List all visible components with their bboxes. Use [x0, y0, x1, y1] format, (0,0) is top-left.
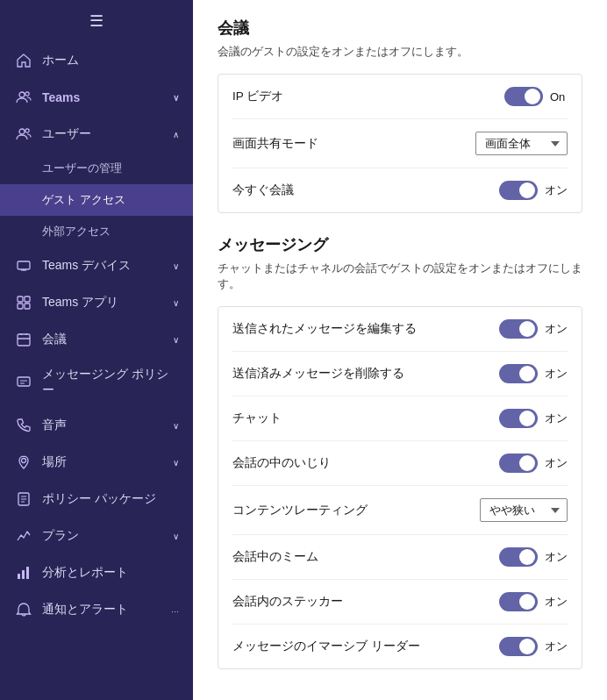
sidebar-item-voice[interactable]: 音声 ∨ — [0, 407, 193, 444]
sidebar-item-meetings[interactable]: 会議 ∨ — [0, 321, 193, 358]
policy-icon — [14, 489, 33, 509]
immersive-reader-toggle[interactable] — [499, 637, 538, 656]
meet-now-slider — [499, 181, 538, 200]
chat-value: オン — [545, 411, 568, 426]
apps-icon — [14, 293, 33, 312]
giphy-control: オン — [499, 454, 568, 473]
memes-row: 会話中のミーム オン — [232, 535, 568, 580]
meet-now-control: オン — [499, 181, 568, 200]
chat-label: チャット — [232, 411, 282, 426]
sidebar-item-location-label: 場所 — [42, 454, 169, 470]
svg-point-1 — [25, 92, 29, 96]
delete-sent-label: 送信済みメッセージを削除する — [232, 366, 404, 382]
sidebar-item-teams-apps-label: Teams アプリ — [42, 295, 169, 311]
screen-share-label: 画面共有モード — [232, 136, 318, 152]
meet-now-label: 今すぐ会議 — [232, 182, 294, 198]
stickers-label: 会話内のステッカー — [232, 594, 343, 610]
giphy-label: 会話の中のいじり — [232, 455, 331, 471]
sidebar-item-analytics[interactable]: 分析とレポート — [0, 554, 193, 591]
sidebar-item-meetings-label: 会議 — [42, 332, 169, 347]
plan-icon — [14, 526, 33, 546]
chat-toggle[interactable] — [499, 409, 538, 428]
sidebar-item-home[interactable]: ホーム — [0, 42, 193, 79]
sidebar-item-teams-label: Teams — [42, 90, 169, 104]
messaging-section-desc: チャットまたはチャネルの会話でゲストの設定をオンまたはオフにします。 — [218, 261, 582, 292]
svg-rect-5 — [18, 296, 23, 302]
delete-sent-control: オン — [499, 364, 568, 383]
hamburger-icon[interactable]: ☰ — [89, 11, 104, 31]
svg-rect-6 — [25, 296, 30, 302]
delete-sent-toggle[interactable] — [499, 364, 538, 383]
immersive-reader-control: オン — [499, 637, 568, 656]
content-rating-label: コンテンツレーティング — [232, 503, 368, 518]
memes-control: オン — [499, 547, 568, 567]
analytics-icon — [14, 563, 33, 582]
svg-point-11 — [22, 459, 26, 463]
delete-sent-value: オン — [545, 366, 568, 382]
plan-chevron-icon: ∨ — [173, 532, 179, 541]
sidebar-item-users[interactable]: ユーザー ∧ — [0, 116, 193, 153]
voice-chevron-icon: ∨ — [173, 421, 179, 431]
edit-sent-value: オン — [545, 321, 568, 337]
content-rating-select[interactable]: やや狭い 中程度 広い — [480, 498, 568, 522]
svg-point-3 — [25, 129, 29, 132]
footer-actions: Save 破棄 — [218, 690, 582, 700]
meetings-icon — [14, 330, 33, 349]
sidebar-item-teams-devices-label: Teams デバイス — [42, 258, 169, 274]
svg-rect-8 — [25, 304, 30, 309]
external-access-label: 外部アクセス — [42, 224, 111, 239]
location-icon — [14, 453, 33, 472]
sidebar-item-notifications-label: 通知とアラート — [42, 602, 168, 618]
sidebar-subitem-external-access[interactable]: 外部アクセス — [0, 216, 193, 247]
immersive-reader-slider — [499, 637, 538, 656]
sidebar-item-notifications[interactable]: 通知とアラート … — [0, 591, 193, 628]
main-content: 会議 会議のゲストの設定をオンまたはオフにします。 IP ビデオ On 画面共有… — [193, 0, 607, 700]
memes-slider — [499, 547, 538, 567]
content-rating-row: コンテンツレーティング やや狭い 中程度 広い — [232, 486, 568, 535]
svg-point-0 — [19, 92, 25, 97]
notifications-icon — [14, 600, 33, 619]
stickers-value: オン — [545, 594, 568, 610]
sidebar-subitem-user-management[interactable]: ユーザーの管理 — [0, 153, 193, 184]
sidebar-item-plan-label: プラン — [42, 528, 169, 544]
screen-share-select[interactable]: 画面全体 ウィンドウ — [475, 132, 568, 155]
messaging-settings-card: 送信されたメッセージを編集する オン 送信済みメッセージを削除する オン — [218, 306, 582, 669]
giphy-toggle[interactable] — [499, 454, 538, 473]
meet-now-toggle[interactable] — [499, 181, 538, 200]
delete-sent-row: 送信済みメッセージを削除する オン — [232, 352, 568, 396]
screen-share-control: 画面全体 ウィンドウ — [475, 132, 568, 155]
ip-video-label: IP ビデオ — [232, 89, 283, 104]
sidebar-item-teams-devices[interactable]: Teams デバイス ∨ — [0, 247, 193, 284]
svg-rect-4 — [18, 261, 30, 269]
sidebar-item-location[interactable]: 場所 ∨ — [0, 444, 193, 481]
svg-rect-14 — [22, 570, 25, 579]
location-chevron-icon: ∨ — [173, 458, 179, 468]
ip-video-value: On — [550, 90, 568, 104]
memes-toggle[interactable] — [499, 547, 538, 567]
sidebar-header: ☰ — [0, 0, 193, 42]
guest-access-label: ゲスト アクセス — [42, 192, 125, 208]
ip-video-slider — [504, 87, 543, 106]
stickers-slider — [499, 592, 538, 611]
sidebar-subitem-guest-access[interactable]: ゲスト アクセス — [0, 184, 193, 216]
sidebar-item-messaging-policy[interactable]: メッセージング ポリシー — [0, 358, 193, 407]
sidebar-item-teams[interactable]: Teams ∨ — [0, 79, 193, 116]
messaging-icon — [14, 373, 33, 392]
home-icon — [14, 51, 33, 70]
sidebar-item-voice-label: 音声 — [42, 418, 169, 433]
svg-rect-15 — [26, 567, 29, 579]
stickers-toggle[interactable] — [499, 592, 538, 611]
sidebar-item-policy-packages[interactable]: ポリシー パッケージ — [0, 481, 193, 518]
users-icon — [14, 125, 33, 144]
sidebar-item-teams-apps[interactable]: Teams アプリ ∨ — [0, 284, 193, 321]
user-management-label: ユーザーの管理 — [42, 161, 122, 176]
ip-video-toggle[interactable] — [504, 87, 543, 106]
content-rating-control: やや狭い 中程度 広い — [480, 498, 568, 522]
svg-rect-7 — [18, 304, 23, 309]
messaging-section-title: メッセージング — [218, 234, 582, 255]
svg-rect-9 — [18, 334, 30, 346]
ip-video-row: IP ビデオ On — [232, 75, 568, 119]
edit-sent-toggle[interactable] — [499, 319, 538, 339]
sidebar-item-plan[interactable]: プラン ∨ — [0, 518, 193, 554]
sidebar-item-users-label: ユーザー — [42, 126, 169, 142]
